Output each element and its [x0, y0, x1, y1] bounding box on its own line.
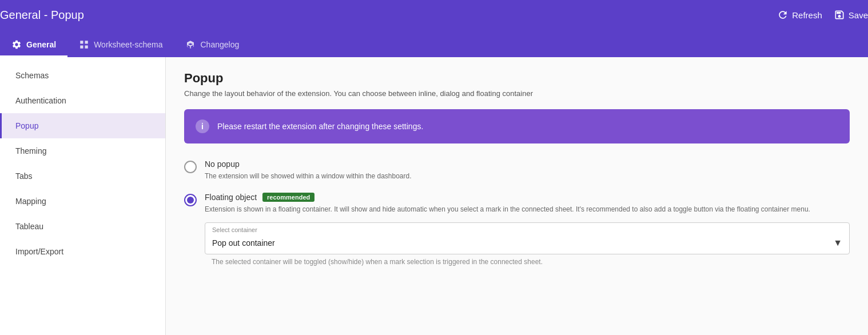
tab-changelog[interactable]: Changelog: [174, 34, 250, 57]
sidebar-item-popup-label: Popup: [15, 121, 38, 130]
radio-no-popup-input[interactable]: [184, 161, 197, 173]
sidebar-item-schemas[interactable]: Schemas: [0, 63, 165, 88]
radio-no-popup-label-row: No popup: [205, 159, 850, 169]
sidebar-item-import-export-label: Import/Export: [15, 247, 63, 256]
content-area: Popup Change the layout behavior of the …: [166, 57, 868, 335]
radio-floating-label-row: Floating object recommended: [205, 193, 850, 202]
radio-floating-description: Extension is shown in a floating contain…: [205, 204, 850, 214]
radio-floating-input[interactable]: [184, 194, 197, 206]
refresh-button[interactable]: Refresh: [777, 9, 822, 21]
save-button[interactable]: Save: [834, 9, 868, 21]
sidebar-item-authentication[interactable]: Authentication: [0, 88, 165, 113]
sidebar-item-tableau[interactable]: Tableau: [0, 214, 165, 239]
refresh-icon: [777, 9, 789, 21]
sidebar-item-theming-label: Theming: [15, 146, 46, 155]
radio-floating-inner: [187, 197, 194, 204]
tab-worksheet-schema[interactable]: Worksheet-schema: [67, 34, 174, 57]
info-banner: i Please restart the extension after cha…: [184, 109, 850, 143]
page-title: General - Popup: [0, 9, 84, 22]
tab-worksheet-schema-label: Worksheet-schema: [94, 40, 162, 49]
radio-no-popup-label: No popup: [205, 159, 240, 169]
sidebar-item-theming[interactable]: Theming: [0, 138, 165, 163]
box-icon: [185, 39, 196, 50]
main-layout: Schemas Authentication Popup Theming Tab…: [0, 57, 868, 335]
sidebar-item-tabs-label: Tabs: [15, 172, 33, 181]
select-container-label: Select container: [205, 223, 849, 233]
radio-floating-label: Floating object: [205, 193, 257, 202]
sidebar-item-popup[interactable]: Popup: [0, 113, 165, 138]
header: General - Popup Refresh Save General: [0, 0, 868, 57]
sidebar-item-tabs[interactable]: Tabs: [0, 163, 165, 189]
tab-general[interactable]: General: [0, 34, 67, 57]
content-title: Popup: [184, 71, 850, 86]
select-dropdown-value: Pop out container: [212, 238, 275, 248]
info-icon: i: [196, 119, 209, 133]
sidebar-item-authentication-label: Authentication: [15, 96, 66, 105]
grid-icon: [79, 39, 89, 50]
refresh-label: Refresh: [792, 10, 822, 20]
select-container-box: Select container Pop out container ▼: [205, 222, 850, 254]
sidebar-item-mapping[interactable]: Mapping: [0, 189, 165, 214]
select-dropdown[interactable]: Pop out container ▼: [205, 233, 849, 254]
sidebar: Schemas Authentication Popup Theming Tab…: [0, 57, 166, 335]
info-banner-text: Please restart the extension after chang…: [217, 122, 423, 131]
radio-option-floating[interactable]: Floating object recommended Extension is…: [184, 193, 850, 269]
save-label: Save: [849, 10, 868, 20]
content-subtitle: Change the layout behavior of the extens…: [184, 89, 850, 98]
radio-floating-content: Floating object recommended Extension is…: [205, 193, 850, 269]
sidebar-item-mapping-label: Mapping: [15, 197, 46, 206]
save-icon: [834, 9, 845, 21]
radio-no-popup-content: No popup The extension will be showed wi…: [205, 159, 850, 181]
tab-general-label: General: [26, 40, 56, 49]
header-actions: Refresh Save: [777, 9, 868, 21]
sidebar-item-tableau-label: Tableau: [15, 222, 43, 231]
radio-option-no-popup[interactable]: No popup The extension will be showed wi…: [184, 159, 850, 181]
gear-icon: [11, 39, 22, 50]
recommended-badge: recommended: [262, 193, 314, 202]
sidebar-item-import-export[interactable]: Import/Export: [0, 239, 165, 264]
select-help-text: The selected container will be toggled (…: [205, 254, 850, 269]
tab-changelog-label: Changelog: [200, 40, 239, 49]
header-tabs: General Worksheet-schema Changelog: [0, 30, 868, 57]
sidebar-item-schemas-label: Schemas: [15, 71, 49, 80]
chevron-down-icon: ▼: [833, 238, 842, 248]
radio-no-popup-description: The extension will be showed within a wi…: [205, 171, 850, 181]
